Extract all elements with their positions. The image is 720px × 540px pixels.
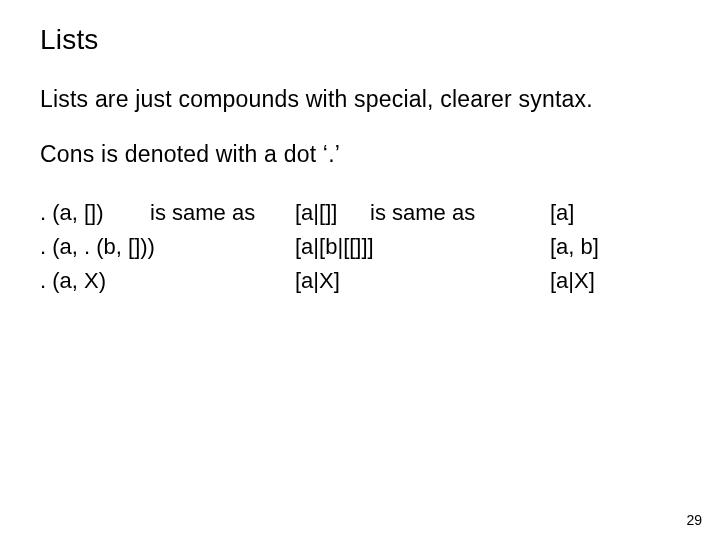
examples-col-2: [a|[]] is same as [a|[b|[[]]] [a|X] — [295, 196, 550, 298]
col2-row1: [a|[]] is same as — [295, 196, 550, 230]
col1-row2: . (a, . (b, [])) — [40, 230, 295, 264]
col2-row1-left: [a|[]] — [295, 196, 370, 230]
body-line-1: Lists are just compounds with special, c… — [40, 86, 680, 113]
col3-row2: [a, b] — [550, 230, 599, 264]
col1-row1: . (a, []) is same as — [40, 196, 295, 230]
col1-row3: . (a, X) — [40, 264, 295, 298]
examples-block: . (a, []) is same as . (a, . (b, [])) . … — [40, 196, 680, 298]
col1-row1-right: is same as — [150, 196, 255, 230]
col3-row3: [a|X] — [550, 264, 599, 298]
body-line-2: Cons is denoted with a dot ‘.’ — [40, 141, 680, 168]
examples-col-3: [a] [a, b] [a|X] — [550, 196, 599, 298]
col1-row1-left: . (a, []) — [40, 196, 150, 230]
examples-col-1: . (a, []) is same as . (a, . (b, [])) . … — [40, 196, 295, 298]
col2-row3: [a|X] — [295, 264, 550, 298]
slide: Lists Lists are just compounds with spec… — [0, 0, 720, 540]
col2-row2: [a|[b|[[]]] — [295, 230, 550, 264]
page-number: 29 — [686, 512, 702, 528]
col2-row1-right: is same as — [370, 196, 475, 230]
slide-title: Lists — [40, 24, 680, 56]
col3-row1: [a] — [550, 196, 599, 230]
